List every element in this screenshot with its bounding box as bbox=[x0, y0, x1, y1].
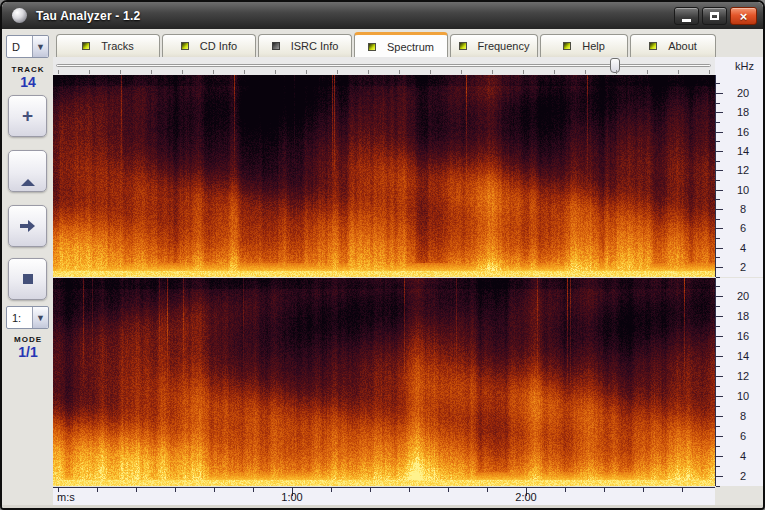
freq-tick-label: 20 bbox=[730, 290, 756, 302]
tab-isrc-info[interactable]: ISRC Info bbox=[258, 34, 352, 58]
freq-tick bbox=[716, 356, 723, 357]
time-tick bbox=[682, 488, 683, 492]
mode-label: MODE bbox=[2, 335, 54, 344]
time-tick bbox=[487, 488, 488, 492]
freq-tick bbox=[716, 466, 720, 467]
led-on-icon bbox=[563, 42, 571, 50]
freq-tick bbox=[716, 476, 723, 477]
frequency-axis-channel-1: 2018161412108642 bbox=[715, 75, 763, 277]
freq-tick bbox=[716, 190, 723, 191]
next-track-button[interactable] bbox=[8, 205, 47, 247]
slider-tick bbox=[368, 70, 369, 74]
tab-label: Tracks bbox=[101, 40, 134, 52]
slider-tick bbox=[244, 70, 245, 74]
freq-tick bbox=[716, 406, 720, 407]
track-label: TRACK bbox=[2, 65, 54, 74]
spectrogram-channel-2 bbox=[53, 278, 715, 486]
eject-button[interactable] bbox=[8, 150, 47, 192]
freq-tick-label: 14 bbox=[730, 350, 756, 362]
window-controls: × bbox=[674, 7, 757, 25]
time-axis: m:s 1:002:00 bbox=[53, 487, 715, 505]
freq-tick bbox=[716, 296, 723, 297]
tab-about[interactable]: About bbox=[630, 34, 716, 58]
freq-tick-label: 6 bbox=[730, 222, 756, 234]
tab-label: Frequency bbox=[478, 40, 530, 52]
slider-tick bbox=[306, 70, 307, 74]
freq-tick-label: 18 bbox=[730, 310, 756, 322]
add-track-button[interactable]: + bbox=[8, 95, 47, 137]
time-tick bbox=[136, 488, 137, 492]
freq-tick bbox=[716, 486, 720, 487]
freq-tick bbox=[716, 228, 723, 229]
slider-tick bbox=[709, 70, 710, 74]
sidebar: D ▼ TRACK 14 1: ▼ MODE 1/1 + bbox=[2, 29, 54, 508]
arrow-right-icon bbox=[20, 220, 35, 232]
frequency-axis-channel-2: 2018161412108642 bbox=[715, 278, 763, 486]
freq-tick-label: 14 bbox=[730, 145, 756, 157]
freq-tick bbox=[716, 257, 720, 258]
freq-tick bbox=[716, 103, 720, 104]
freq-tick bbox=[716, 456, 723, 457]
stop-icon bbox=[23, 274, 33, 284]
freq-tick-label: 16 bbox=[730, 330, 756, 342]
time-tick bbox=[604, 488, 605, 492]
slider-tick bbox=[461, 70, 462, 74]
tab-tracks[interactable]: Tracks bbox=[56, 34, 160, 58]
tab-help[interactable]: Help bbox=[540, 34, 628, 58]
chevron-down-icon[interactable]: ▼ bbox=[32, 307, 48, 328]
freq-tick-label: 4 bbox=[730, 450, 756, 462]
time-tick bbox=[448, 488, 449, 492]
tab-label: About bbox=[668, 40, 697, 52]
led-on-icon bbox=[82, 42, 90, 50]
maximize-icon bbox=[710, 12, 719, 20]
time-tick bbox=[58, 488, 59, 492]
titlebar[interactable]: Tau Analyzer - 1.2 × bbox=[2, 2, 763, 29]
time-tick-label: 1:00 bbox=[275, 491, 309, 503]
freq-tick bbox=[716, 336, 723, 337]
tab-frequency[interactable]: Frequency bbox=[450, 34, 538, 58]
freq-tick-label: 8 bbox=[730, 203, 756, 215]
minimize-button[interactable] bbox=[674, 7, 699, 25]
tab-cd-info[interactable]: CD Info bbox=[162, 34, 256, 58]
time-scroll-slider bbox=[53, 57, 715, 75]
slider-tick bbox=[151, 70, 152, 74]
device-dropdown-value: D bbox=[7, 41, 32, 53]
maximize-button[interactable] bbox=[702, 7, 727, 25]
freq-tick bbox=[716, 326, 720, 327]
tab-spectrum[interactable]: Spectrum bbox=[354, 32, 448, 58]
time-tick bbox=[565, 488, 566, 492]
time-tick bbox=[331, 488, 332, 492]
time-tick bbox=[643, 488, 644, 492]
close-button[interactable]: × bbox=[730, 7, 757, 25]
slider-tick bbox=[58, 70, 59, 74]
device-dropdown[interactable]: D ▼ bbox=[6, 35, 49, 58]
freq-tick bbox=[716, 122, 720, 123]
freq-tick bbox=[716, 248, 723, 249]
slider-tick bbox=[399, 70, 400, 74]
led-off-icon bbox=[272, 42, 280, 50]
freq-tick bbox=[716, 396, 723, 397]
freq-tick-label: 2 bbox=[730, 261, 756, 273]
stop-button[interactable] bbox=[8, 258, 47, 300]
chevron-down-icon[interactable]: ▼ bbox=[32, 36, 48, 57]
tab-bar: TracksCD InfoISRC InfoSpectrumFrequencyH… bbox=[56, 32, 716, 58]
slider-tick bbox=[647, 70, 648, 74]
freq-tick-label: 6 bbox=[730, 430, 756, 442]
freq-tick bbox=[716, 93, 723, 94]
slider-tick bbox=[213, 70, 214, 74]
spectrogram-channel-1 bbox=[53, 75, 715, 277]
time-tick bbox=[97, 488, 98, 492]
freq-tick bbox=[716, 436, 723, 437]
freq-tick-label: 10 bbox=[730, 390, 756, 402]
freq-tick bbox=[716, 141, 720, 142]
freq-tick bbox=[716, 386, 720, 387]
slider-tick bbox=[182, 70, 183, 74]
ratio-dropdown[interactable]: 1: ▼ bbox=[6, 306, 49, 329]
tab-label: Spectrum bbox=[387, 41, 434, 53]
led-on-icon bbox=[368, 43, 376, 51]
freq-tick-label: 4 bbox=[730, 242, 756, 254]
slider-tick bbox=[616, 70, 617, 74]
slider-thumb[interactable] bbox=[610, 58, 620, 73]
slider-tick bbox=[678, 70, 679, 74]
slider-tick bbox=[337, 70, 338, 74]
